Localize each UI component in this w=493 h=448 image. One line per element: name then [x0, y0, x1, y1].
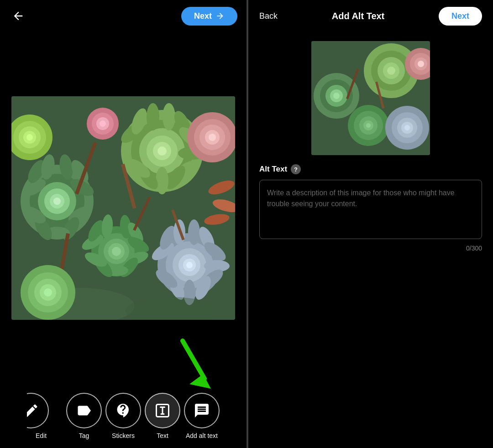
arrow-right-icon — [215, 11, 225, 21]
svg-point-27 — [163, 103, 175, 130]
stickers-label: Stickers — [112, 432, 135, 439]
edit-label: Edit — [36, 432, 47, 439]
svg-line-100 — [183, 341, 205, 379]
green-arrow-indicator — [178, 339, 215, 395]
text-tool[interactable]: Text — [145, 393, 180, 439]
char-count: 0/300 — [259, 245, 482, 252]
right-panel: Back Add Alt Text Next — [248, 0, 493, 448]
right-header: Back Add Alt Text Next — [248, 0, 493, 32]
svg-point-48 — [112, 247, 121, 256]
svg-point-69 — [188, 219, 200, 245]
stickers-tool[interactable]: Stickers — [105, 393, 141, 439]
add-alt-text-tool[interactable]: Add alt text — [184, 393, 220, 439]
edit-tool[interactable]: Edit — [27, 393, 63, 439]
alt-text-icon — [194, 402, 210, 419]
svg-point-23 — [157, 146, 167, 156]
svg-point-65 — [186, 262, 193, 268]
back-icon — [12, 10, 25, 22]
right-content: Alt Text ? 0/300 — [248, 32, 493, 448]
alt-text-label-text: Alt Text — [259, 165, 287, 174]
svg-point-33 — [156, 167, 168, 194]
main-image-container — [0, 32, 246, 384]
svg-point-40 — [209, 134, 216, 141]
svg-point-108 — [333, 93, 340, 99]
svg-point-82 — [26, 134, 33, 141]
succulent-svg — [11, 96, 235, 320]
next-button-right[interactable]: Next — [439, 7, 482, 26]
edit-icon — [27, 402, 39, 419]
svg-point-26 — [147, 103, 159, 130]
next-button-left[interactable]: Next — [181, 7, 237, 26]
svg-point-6 — [53, 198, 61, 205]
preview-image — [311, 41, 430, 155]
bottom-toolbar: Edit Tag Stickers — [0, 384, 246, 448]
svg-point-117 — [418, 61, 424, 67]
text-label: Text — [157, 432, 168, 439]
edit-circle — [27, 393, 49, 428]
preview-svg — [311, 41, 430, 155]
help-icon[interactable]: ? — [291, 164, 301, 174]
left-panel: Next — [0, 0, 246, 448]
svg-point-86 — [100, 120, 106, 127]
preview-image-container — [259, 41, 482, 155]
alt-text-section: Alt Text ? 0/300 — [259, 164, 482, 252]
svg-marker-101 — [189, 374, 211, 389]
svg-point-122 — [366, 123, 371, 128]
tag-icon — [76, 402, 92, 419]
add-alt-text-circle — [184, 393, 220, 428]
text-circle — [145, 393, 180, 428]
add-alt-text-label: Add alt text — [186, 432, 218, 439]
next-label-left: Next — [194, 11, 212, 21]
tag-circle — [66, 393, 102, 428]
tag-label: Tag — [79, 432, 89, 439]
alt-text-input[interactable] — [259, 180, 482, 239]
text-icon — [154, 402, 171, 419]
svg-point-113 — [387, 67, 395, 75]
page-title: Add Alt Text — [332, 11, 385, 21]
tag-tool[interactable]: Tag — [66, 393, 102, 439]
succulent-image — [11, 96, 235, 320]
left-header: Next — [0, 0, 246, 32]
stickers-circle — [105, 393, 141, 428]
alt-text-label-row: Alt Text ? — [259, 164, 482, 174]
stickers-icon — [115, 402, 131, 419]
svg-point-95 — [44, 288, 52, 297]
back-button-right[interactable]: Back — [259, 11, 278, 21]
back-arrow-button[interactable] — [9, 7, 27, 25]
svg-point-127 — [404, 125, 410, 130]
